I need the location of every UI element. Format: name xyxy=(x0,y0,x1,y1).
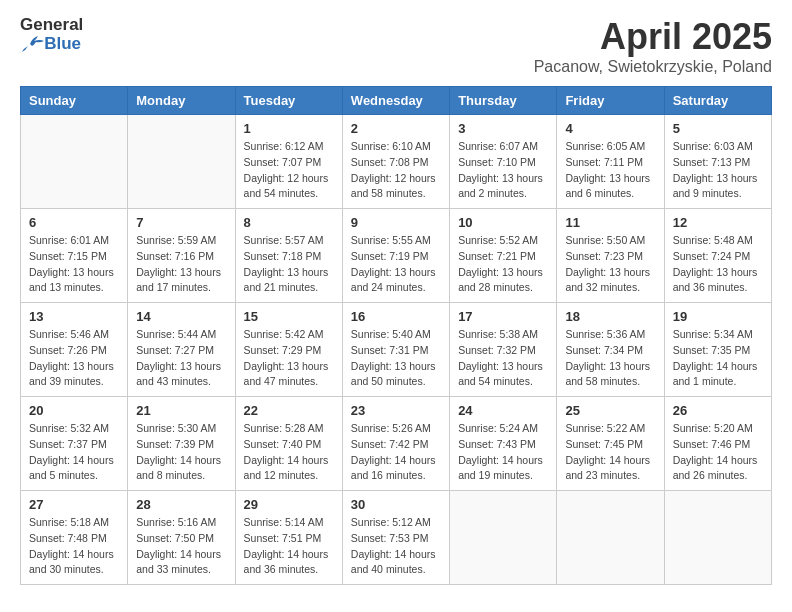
week-row-2: 6Sunrise: 6:01 AM Sunset: 7:15 PM Daylig… xyxy=(21,209,772,303)
day-number: 10 xyxy=(458,215,548,230)
day-info: Sunrise: 5:55 AM Sunset: 7:19 PM Dayligh… xyxy=(351,233,441,296)
day-info: Sunrise: 5:16 AM Sunset: 7:50 PM Dayligh… xyxy=(136,515,226,578)
calendar-cell: 7Sunrise: 5:59 AM Sunset: 7:16 PM Daylig… xyxy=(128,209,235,303)
calendar-cell: 10Sunrise: 5:52 AM Sunset: 7:21 PM Dayli… xyxy=(450,209,557,303)
calendar-table: Sunday Monday Tuesday Wednesday Thursday… xyxy=(20,86,772,585)
calendar-cell: 5Sunrise: 6:03 AM Sunset: 7:13 PM Daylig… xyxy=(664,115,771,209)
day-info: Sunrise: 5:59 AM Sunset: 7:16 PM Dayligh… xyxy=(136,233,226,296)
logo-blue: Blue xyxy=(44,35,81,54)
day-number: 12 xyxy=(673,215,763,230)
day-number: 16 xyxy=(351,309,441,324)
calendar-cell: 8Sunrise: 5:57 AM Sunset: 7:18 PM Daylig… xyxy=(235,209,342,303)
calendar-cell: 1Sunrise: 6:12 AM Sunset: 7:07 PM Daylig… xyxy=(235,115,342,209)
day-number: 25 xyxy=(565,403,655,418)
calendar-cell: 28Sunrise: 5:16 AM Sunset: 7:50 PM Dayli… xyxy=(128,491,235,585)
day-number: 21 xyxy=(136,403,226,418)
day-info: Sunrise: 5:57 AM Sunset: 7:18 PM Dayligh… xyxy=(244,233,334,296)
calendar-header-row: Sunday Monday Tuesday Wednesday Thursday… xyxy=(21,87,772,115)
week-row-4: 20Sunrise: 5:32 AM Sunset: 7:37 PM Dayli… xyxy=(21,397,772,491)
day-info: Sunrise: 5:26 AM Sunset: 7:42 PM Dayligh… xyxy=(351,421,441,484)
day-number: 14 xyxy=(136,309,226,324)
header-wednesday: Wednesday xyxy=(342,87,449,115)
calendar-cell: 16Sunrise: 5:40 AM Sunset: 7:31 PM Dayli… xyxy=(342,303,449,397)
calendar-cell: 30Sunrise: 5:12 AM Sunset: 7:53 PM Dayli… xyxy=(342,491,449,585)
week-row-5: 27Sunrise: 5:18 AM Sunset: 7:48 PM Dayli… xyxy=(21,491,772,585)
header-monday: Monday xyxy=(128,87,235,115)
day-info: Sunrise: 6:07 AM Sunset: 7:10 PM Dayligh… xyxy=(458,139,548,202)
day-info: Sunrise: 5:20 AM Sunset: 7:46 PM Dayligh… xyxy=(673,421,763,484)
calendar-cell: 11Sunrise: 5:50 AM Sunset: 7:23 PM Dayli… xyxy=(557,209,664,303)
calendar-cell: 3Sunrise: 6:07 AM Sunset: 7:10 PM Daylig… xyxy=(450,115,557,209)
day-number: 26 xyxy=(673,403,763,418)
day-number: 28 xyxy=(136,497,226,512)
header-sunday: Sunday xyxy=(21,87,128,115)
day-number: 15 xyxy=(244,309,334,324)
calendar-cell: 20Sunrise: 5:32 AM Sunset: 7:37 PM Dayli… xyxy=(21,397,128,491)
calendar-cell: 13Sunrise: 5:46 AM Sunset: 7:26 PM Dayli… xyxy=(21,303,128,397)
title-area: April 2025 Pacanow, Swietokrzyskie, Pola… xyxy=(534,16,772,76)
page-header: General Blue April 2025 Pacanow, Swietok… xyxy=(20,16,772,76)
day-info: Sunrise: 5:14 AM Sunset: 7:51 PM Dayligh… xyxy=(244,515,334,578)
calendar-cell: 9Sunrise: 5:55 AM Sunset: 7:19 PM Daylig… xyxy=(342,209,449,303)
week-row-3: 13Sunrise: 5:46 AM Sunset: 7:26 PM Dayli… xyxy=(21,303,772,397)
day-number: 4 xyxy=(565,121,655,136)
day-number: 5 xyxy=(673,121,763,136)
calendar-cell: 15Sunrise: 5:42 AM Sunset: 7:29 PM Dayli… xyxy=(235,303,342,397)
day-number: 17 xyxy=(458,309,548,324)
calendar-cell: 26Sunrise: 5:20 AM Sunset: 7:46 PM Dayli… xyxy=(664,397,771,491)
calendar-cell xyxy=(450,491,557,585)
logo-bird-icon xyxy=(22,36,44,52)
day-number: 11 xyxy=(565,215,655,230)
day-info: Sunrise: 6:03 AM Sunset: 7:13 PM Dayligh… xyxy=(673,139,763,202)
calendar-cell xyxy=(21,115,128,209)
calendar-cell: 6Sunrise: 6:01 AM Sunset: 7:15 PM Daylig… xyxy=(21,209,128,303)
day-info: Sunrise: 5:12 AM Sunset: 7:53 PM Dayligh… xyxy=(351,515,441,578)
day-number: 1 xyxy=(244,121,334,136)
day-info: Sunrise: 5:40 AM Sunset: 7:31 PM Dayligh… xyxy=(351,327,441,390)
day-info: Sunrise: 5:28 AM Sunset: 7:40 PM Dayligh… xyxy=(244,421,334,484)
day-number: 7 xyxy=(136,215,226,230)
calendar-cell: 4Sunrise: 6:05 AM Sunset: 7:11 PM Daylig… xyxy=(557,115,664,209)
day-info: Sunrise: 5:48 AM Sunset: 7:24 PM Dayligh… xyxy=(673,233,763,296)
calendar-cell: 19Sunrise: 5:34 AM Sunset: 7:35 PM Dayli… xyxy=(664,303,771,397)
day-info: Sunrise: 6:01 AM Sunset: 7:15 PM Dayligh… xyxy=(29,233,119,296)
month-year-title: April 2025 xyxy=(534,16,772,58)
day-info: Sunrise: 5:22 AM Sunset: 7:45 PM Dayligh… xyxy=(565,421,655,484)
day-number: 3 xyxy=(458,121,548,136)
day-number: 6 xyxy=(29,215,119,230)
day-info: Sunrise: 5:36 AM Sunset: 7:34 PM Dayligh… xyxy=(565,327,655,390)
header-thursday: Thursday xyxy=(450,87,557,115)
calendar-cell: 24Sunrise: 5:24 AM Sunset: 7:43 PM Dayli… xyxy=(450,397,557,491)
day-info: Sunrise: 5:34 AM Sunset: 7:35 PM Dayligh… xyxy=(673,327,763,390)
week-row-1: 1Sunrise: 6:12 AM Sunset: 7:07 PM Daylig… xyxy=(21,115,772,209)
logo: General Blue xyxy=(20,16,87,53)
day-info: Sunrise: 5:50 AM Sunset: 7:23 PM Dayligh… xyxy=(565,233,655,296)
calendar-cell xyxy=(664,491,771,585)
header-tuesday: Tuesday xyxy=(235,87,342,115)
day-info: Sunrise: 5:30 AM Sunset: 7:39 PM Dayligh… xyxy=(136,421,226,484)
day-info: Sunrise: 5:18 AM Sunset: 7:48 PM Dayligh… xyxy=(29,515,119,578)
day-number: 2 xyxy=(351,121,441,136)
day-info: Sunrise: 5:52 AM Sunset: 7:21 PM Dayligh… xyxy=(458,233,548,296)
day-number: 20 xyxy=(29,403,119,418)
calendar-cell: 27Sunrise: 5:18 AM Sunset: 7:48 PM Dayli… xyxy=(21,491,128,585)
calendar-cell xyxy=(557,491,664,585)
calendar-cell: 17Sunrise: 5:38 AM Sunset: 7:32 PM Dayli… xyxy=(450,303,557,397)
day-info: Sunrise: 6:10 AM Sunset: 7:08 PM Dayligh… xyxy=(351,139,441,202)
calendar-cell: 25Sunrise: 5:22 AM Sunset: 7:45 PM Dayli… xyxy=(557,397,664,491)
day-number: 29 xyxy=(244,497,334,512)
calendar-cell xyxy=(128,115,235,209)
calendar-cell: 14Sunrise: 5:44 AM Sunset: 7:27 PM Dayli… xyxy=(128,303,235,397)
calendar-cell: 18Sunrise: 5:36 AM Sunset: 7:34 PM Dayli… xyxy=(557,303,664,397)
header-friday: Friday xyxy=(557,87,664,115)
day-info: Sunrise: 5:24 AM Sunset: 7:43 PM Dayligh… xyxy=(458,421,548,484)
day-number: 19 xyxy=(673,309,763,324)
day-info: Sunrise: 5:44 AM Sunset: 7:27 PM Dayligh… xyxy=(136,327,226,390)
location-subtitle: Pacanow, Swietokrzyskie, Poland xyxy=(534,58,772,76)
calendar-cell: 12Sunrise: 5:48 AM Sunset: 7:24 PM Dayli… xyxy=(664,209,771,303)
calendar-cell: 2Sunrise: 6:10 AM Sunset: 7:08 PM Daylig… xyxy=(342,115,449,209)
day-number: 8 xyxy=(244,215,334,230)
calendar-cell: 23Sunrise: 5:26 AM Sunset: 7:42 PM Dayli… xyxy=(342,397,449,491)
day-number: 23 xyxy=(351,403,441,418)
day-number: 27 xyxy=(29,497,119,512)
